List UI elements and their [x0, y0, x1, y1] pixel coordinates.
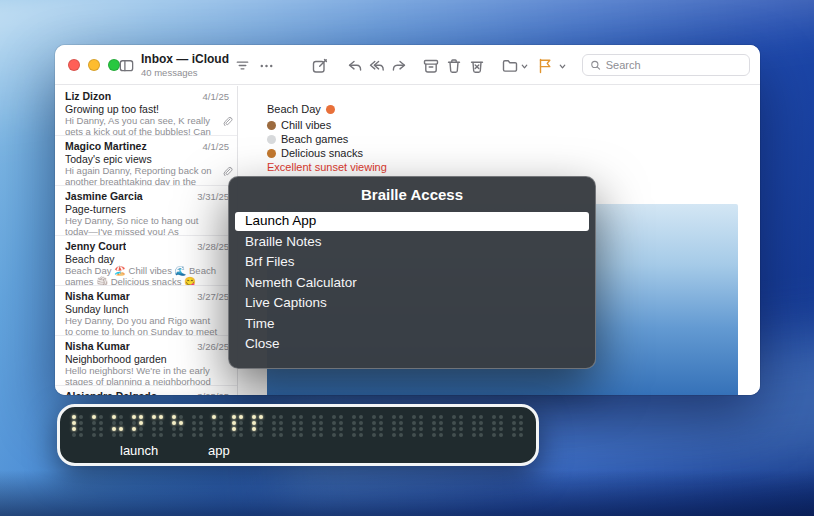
message-row[interactable]: Jasmine Garcia 3/31/25 Page-turners Hey …: [55, 186, 237, 236]
donut-icon: [267, 149, 276, 158]
flag-menu-button[interactable]: [557, 61, 568, 72]
braille-cell: [512, 415, 523, 437]
braille-cell: [272, 415, 283, 437]
search-field[interactable]: [582, 54, 750, 76]
flag-button[interactable]: [535, 56, 555, 76]
message-row[interactable]: Jenny Court 3/28/25 Beach day Beach Day …: [55, 236, 237, 286]
forward-icon: [390, 57, 408, 75]
braille-access-panel: Braille Access Launch App Braille Notes …: [228, 176, 596, 369]
move-to-folder-button[interactable]: [500, 56, 520, 76]
body-highlight-line[interactable]: Excellent sunset viewing: [267, 160, 387, 174]
braille-cell: [132, 415, 143, 437]
braille-cell: [352, 415, 363, 437]
chevron-down-icon: [520, 62, 529, 71]
message-preview: Beach Day 🏖️ Chill vibes 🌊 Beach games 🏐…: [65, 265, 229, 286]
message-sender: Jasmine Garcia: [65, 190, 143, 202]
braille-menu-list: Launch App Braille Notes Brf Files Nemet…: [232, 212, 592, 354]
message-preview: Hello neighbors! We're in the early stag…: [65, 365, 229, 386]
message-date: 3/31/25: [197, 191, 229, 203]
filter-button[interactable]: [233, 56, 252, 75]
message-date: 3/26/25: [197, 341, 229, 353]
search-icon: [590, 59, 601, 71]
chevron-down-icon: [558, 62, 567, 71]
window-title-block: Inbox — iCloud 40 messages: [141, 52, 229, 78]
braille-cell: [112, 415, 123, 437]
menu-item-close[interactable]: Close: [235, 335, 589, 354]
message-subject: Today's epic views: [65, 153, 229, 165]
window-title: Inbox — iCloud: [141, 52, 229, 66]
braille-cell: [332, 415, 343, 437]
beach-umbrella-icon: [326, 105, 335, 114]
menu-item-launch-app[interactable]: Launch App: [235, 212, 589, 231]
volleyball-icon: [267, 135, 276, 144]
braille-cell: [72, 415, 83, 437]
braille-cell: [452, 415, 463, 437]
message-subject: Growing up too fast!: [65, 103, 229, 115]
message-sender: Jenny Court: [65, 240, 126, 252]
braille-cell: [292, 415, 303, 437]
braille-word-2: app: [208, 443, 230, 458]
body-item-text: Chill vibes: [281, 118, 331, 132]
reply-all-button[interactable]: [367, 56, 387, 76]
forward-button[interactable]: [389, 56, 409, 76]
menu-item-time[interactable]: Time: [235, 315, 589, 334]
braille-cell: [472, 415, 483, 437]
picnic-basket-icon: [267, 121, 276, 130]
message-row[interactable]: Magico Martinez 4/1/25 Today's epic view…: [55, 136, 237, 186]
message-row[interactable]: Liz Dizon 4/1/25 Growing up too fast! Hi…: [55, 86, 237, 136]
braille-word-1: launch: [120, 443, 158, 458]
more-button[interactable]: [257, 56, 276, 75]
sidebar-icon: [118, 57, 135, 74]
compose-icon: [311, 57, 329, 75]
message-date: 3/28/25: [197, 241, 229, 253]
menu-item-brf-files[interactable]: Brf Files: [235, 253, 589, 272]
window-controls: [68, 59, 120, 71]
trash-button[interactable]: [444, 56, 464, 76]
braille-access-title: Braille Access: [232, 186, 592, 203]
message-row[interactable]: Alejandra Delgado 3/25/25: [55, 386, 237, 395]
search-input[interactable]: [606, 59, 742, 71]
window-titlebar[interactable]: Inbox — iCloud 40 messages: [55, 45, 760, 85]
message-date: 3/27/25: [197, 291, 229, 303]
compose-button[interactable]: [310, 56, 330, 76]
trash-icon: [445, 57, 463, 75]
junk-icon: [468, 57, 486, 75]
menu-item-braille-notes[interactable]: Braille Notes: [235, 233, 589, 252]
braille-cell: [192, 415, 203, 437]
menu-item-live-captions[interactable]: Live Captions: [235, 294, 589, 313]
message-sender: Alejandra Delgado: [65, 390, 157, 395]
message-preview: Hey Danny, So nice to hang out today—I'v…: [65, 215, 229, 236]
message-preview: Hi again Danny, Reporting back on anothe…: [65, 165, 229, 186]
flag-icon: [536, 57, 554, 75]
paperclip-icon: [222, 116, 233, 127]
sidebar-toggle-button[interactable]: [117, 56, 136, 75]
braille-cell: [492, 415, 503, 437]
braille-cell: [152, 415, 163, 437]
body-item-list: Chill vibes Beach games Delicious snacks: [267, 118, 740, 160]
minimize-window-button[interactable]: [88, 59, 100, 71]
message-subject: Beach day: [65, 253, 229, 265]
braille-cell: [92, 415, 103, 437]
menu-item-nemeth-calculator[interactable]: Nemeth Calculator: [235, 274, 589, 293]
message-date: 4/1/25: [203, 141, 229, 153]
message-preview: Hey Danny, Do you and Rigo want to come …: [65, 315, 229, 336]
archive-button[interactable]: [421, 56, 441, 76]
reply-all-icon: [368, 57, 386, 75]
message-sender: Liz Dizon: [65, 90, 111, 102]
braille-display-bar: launch app: [57, 404, 539, 466]
reply-icon: [346, 57, 364, 75]
message-list: Liz Dizon 4/1/25 Growing up too fast! Hi…: [55, 86, 238, 395]
message-row[interactable]: Nisha Kumar 3/26/25 Neighborhood garden …: [55, 336, 237, 386]
braille-cells: [72, 415, 523, 437]
folder-menu-button[interactable]: [519, 61, 530, 72]
close-window-button[interactable]: [68, 59, 80, 71]
filter-icon: [234, 57, 251, 74]
message-date: 4/1/25: [203, 91, 229, 103]
braille-cell: [392, 415, 403, 437]
junk-button[interactable]: [467, 56, 487, 76]
message-preview: Hi Danny, As you can see, K really gets …: [65, 115, 229, 136]
message-date: 3/25/25: [197, 391, 229, 395]
wallpaper-bottom-shade: [0, 470, 814, 516]
reply-button[interactable]: [345, 56, 365, 76]
message-row[interactable]: Nisha Kumar 3/27/25 Sunday lunch Hey Dan…: [55, 286, 237, 336]
